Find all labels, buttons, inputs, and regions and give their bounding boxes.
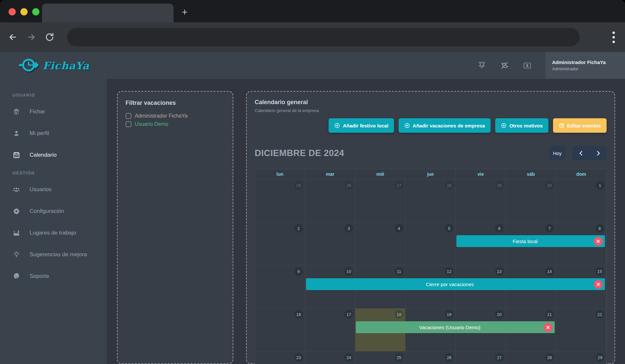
fingerprint-icon xyxy=(12,108,20,116)
day-cell[interactable]: 1 xyxy=(556,179,606,222)
button-label: Otros motivos xyxy=(509,123,543,128)
calendar-event[interactable]: Vacaciones (Usuario Demo) xyxy=(356,321,555,333)
calendar-event[interactable]: Cierre por vacaciones xyxy=(306,278,605,290)
calendar-event[interactable]: Fiesta local xyxy=(456,235,605,247)
day-cell[interactable]: 27 xyxy=(355,179,405,222)
bulb-icon xyxy=(12,251,20,259)
reload-icon[interactable] xyxy=(45,32,55,42)
button-label: Añadir festivo local xyxy=(343,123,388,128)
day-number: 20 xyxy=(495,310,504,319)
month-controls: Hoy xyxy=(549,146,607,160)
day-number: 14 xyxy=(545,267,554,276)
forward-icon[interactable] xyxy=(26,32,36,42)
users-icon xyxy=(12,186,20,193)
fullscreen-icon[interactable] xyxy=(523,61,532,70)
user-menu[interactable]: Administrador FichaYa Administrador xyxy=(545,52,625,79)
day-cell[interactable]: 17 xyxy=(305,308,356,351)
brand-logo[interactable]: FichaYa xyxy=(0,52,107,80)
theme-toggle-icon[interactable] xyxy=(500,61,509,70)
back-icon[interactable] xyxy=(8,32,18,42)
day-cell[interactable]: 26 xyxy=(405,351,456,364)
checkbox[interactable] xyxy=(126,121,131,127)
day-number: 21 xyxy=(545,310,554,319)
sidebar-item-fichar[interactable]: Fichar xyxy=(0,101,107,123)
day-cell[interactable]: 22 xyxy=(556,308,606,351)
day-number: 27 xyxy=(395,181,403,190)
sidebar-item-label: Lugares de trabajo xyxy=(30,230,76,236)
sidebar-item-label: Usuarios xyxy=(30,186,52,193)
day-cell[interactable]: 29 xyxy=(456,179,506,222)
day-cell[interactable]: 23 xyxy=(255,351,305,364)
browser-menu-icon[interactable] xyxy=(612,32,615,43)
calendar-body: 25262728293012345678Fiesta local91011121… xyxy=(255,179,606,364)
day-cell[interactable]: 25 xyxy=(255,179,305,222)
minimize-window-button[interactable] xyxy=(20,8,28,15)
checkbox[interactable] xyxy=(126,113,131,119)
day-cell[interactable]: 16 xyxy=(255,308,305,351)
day-number: 1 xyxy=(596,181,604,190)
editar-eventos-button[interactable]: Editar eventos xyxy=(553,118,607,133)
sidebar-item-configuraci-n[interactable]: Configuración xyxy=(0,200,107,222)
day-number: 7 xyxy=(545,224,554,233)
day-number: 15 xyxy=(595,267,604,276)
otros-motivos-button[interactable]: Otros motivos xyxy=(495,118,548,133)
sidebar-item-lugares-de-trabajo[interactable]: Lugares de trabajo xyxy=(0,222,107,244)
browser-tab[interactable] xyxy=(42,4,174,22)
calendar-week-row: 23242526272829 xyxy=(255,351,606,364)
factory-icon xyxy=(12,229,20,237)
chevron-right-icon[interactable] xyxy=(595,150,601,156)
user-icon xyxy=(12,129,20,137)
filter-panel: Filtrar vacaciones Administrador FichaYa… xyxy=(117,91,233,364)
sidebar-item-sugerencias-de-mejora[interactable]: Sugerencias de mejora xyxy=(0,244,107,265)
delete-event-button[interactable] xyxy=(594,280,603,289)
calendar-panel-title: Calendario general xyxy=(255,99,607,106)
sidebar-item-mi-perfil[interactable]: Mi perfil xyxy=(0,123,107,144)
day-cell[interactable]: 3 xyxy=(305,222,356,265)
filter-option[interactable]: Administrador FichaYa xyxy=(126,113,225,119)
day-number: 4 xyxy=(395,224,403,233)
browser-toolbar xyxy=(0,22,625,52)
button-label: Editar eventos xyxy=(567,123,601,128)
bell-icon[interactable] xyxy=(477,61,486,70)
weekday-label: mar xyxy=(305,169,356,179)
maximize-window-button[interactable] xyxy=(32,8,39,15)
window-controls xyxy=(9,8,39,15)
day-cell[interactable]: 2 xyxy=(255,222,305,265)
day-cell[interactable]: 29 xyxy=(556,351,606,364)
filter-option[interactable]: Usuario Demo xyxy=(126,121,225,127)
day-number: 22 xyxy=(595,310,604,319)
day-cell[interactable]: 24 xyxy=(305,351,356,364)
day-cell[interactable]: 28 xyxy=(405,179,456,222)
day-number: 30 xyxy=(545,181,554,190)
month-title: DICIEMBRE DE 2024 xyxy=(255,148,344,158)
today-button[interactable]: Hoy xyxy=(549,146,565,160)
day-cell[interactable]: 26 xyxy=(305,179,356,222)
añadir-festivo-local-button[interactable]: Añadir festivo local xyxy=(329,118,394,133)
day-cell[interactable]: 9 xyxy=(255,265,305,308)
app-page: FichaYa USUARIOFicharMi perfilCalendario… xyxy=(0,52,625,364)
delete-event-button[interactable] xyxy=(594,237,603,246)
añadir-vacaciones-de-empresa-button[interactable]: Añadir vacaciones de empresa xyxy=(399,118,491,133)
day-cell[interactable]: 25 xyxy=(355,351,405,364)
calendar-week-row: 9101112131415Cierre por vacaciones xyxy=(255,265,606,308)
weekday-label: mié xyxy=(355,169,405,179)
sidebar-nav: USUARIOFicharMi perfilCalendarioGESTIÓNU… xyxy=(0,80,107,287)
filter-option-label: Usuario Demo xyxy=(135,121,168,127)
delete-event-button[interactable] xyxy=(544,323,552,332)
day-cell[interactable]: 28 xyxy=(506,351,556,364)
address-bar[interactable] xyxy=(67,28,580,46)
day-number: 5 xyxy=(445,224,453,233)
sidebar-item-soporte[interactable]: Soporte xyxy=(0,265,107,287)
day-number: 16 xyxy=(294,310,303,319)
day-cell[interactable]: 4 xyxy=(355,222,405,265)
sidebar-item-calendario[interactable]: Calendario xyxy=(0,144,107,166)
day-cell[interactable]: 30 xyxy=(506,179,556,222)
sidebar-item-usuarios[interactable]: Usuarios xyxy=(0,179,107,200)
new-tab-button[interactable]: + xyxy=(179,7,190,18)
weekday-label: dom xyxy=(556,169,606,179)
month-row: DICIEMBRE DE 2024 Hoy xyxy=(255,146,607,160)
chevron-left-icon[interactable] xyxy=(578,150,584,156)
close-window-button[interactable] xyxy=(9,8,16,15)
day-cell[interactable]: 27 xyxy=(456,351,506,364)
day-cell[interactable]: 5 xyxy=(405,222,456,265)
